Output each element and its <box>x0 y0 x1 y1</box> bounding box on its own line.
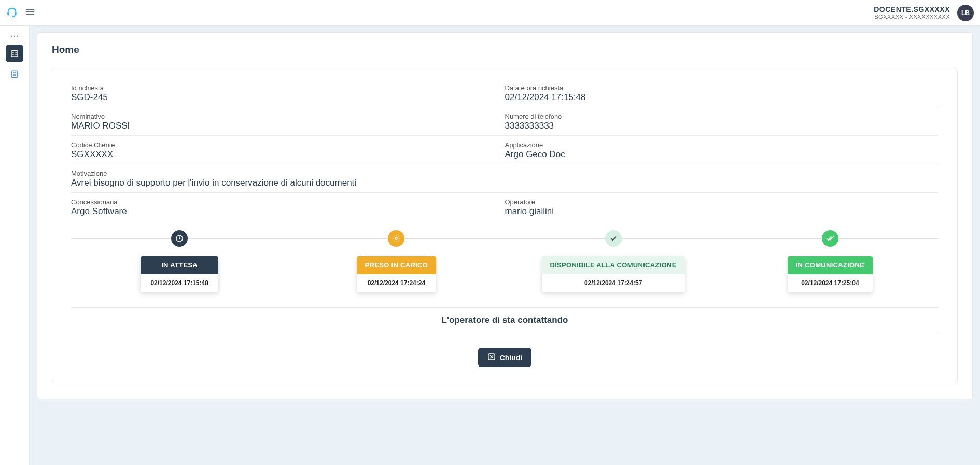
value-phone: 3333333333 <box>505 121 939 131</box>
value-date: 02/12/2024 17:15:48 <box>505 92 939 103</box>
svg-point-5 <box>11 36 12 37</box>
step-time: 02/12/2024 17:24:24 <box>357 274 437 292</box>
label-date: Data e ora richiesta <box>505 84 939 92</box>
svg-point-6 <box>14 36 15 37</box>
value-motivation: Avrei bisogno di supporto per l'invio in… <box>71 178 939 188</box>
label-motivation: Motivazione <box>71 170 939 177</box>
step-available: DISPONIBILE ALLA COMUNICAZIONE 02/12/202… <box>505 230 722 292</box>
svg-rect-1 <box>15 12 17 15</box>
step-title: IN COMUNICAZIONE <box>788 256 873 274</box>
user-info: DOCENTE.SGXXXXX SGXXXXX - XXXXXXXXXX <box>874 5 950 21</box>
svg-rect-10 <box>16 52 17 53</box>
step-title: PRESO IN CARICO <box>357 256 437 274</box>
value-app: Argo Geco Doc <box>505 149 939 160</box>
step-title: IN ATTESA <box>141 256 218 274</box>
label-phone: Numero di telefono <box>505 112 939 120</box>
page-title: Home <box>52 44 958 55</box>
sidebar-item-list[interactable] <box>6 65 23 83</box>
main-content: Home Id richiesta SGD-245 Data e ora ric… <box>30 26 980 465</box>
close-button-label: Chiudi <box>500 354 523 362</box>
status-message: L'operatore di sta contattando <box>71 315 939 326</box>
label-id: Id richiesta <box>71 84 505 92</box>
close-button[interactable]: Chiudi <box>478 348 532 367</box>
value-id: SGD-245 <box>71 92 505 103</box>
svg-point-7 <box>17 36 18 37</box>
avatar-initials: LB <box>961 9 970 17</box>
svg-rect-0 <box>7 12 9 15</box>
step-time: 02/12/2024 17:25:04 <box>788 274 873 292</box>
double-check-icon <box>822 230 838 247</box>
step-time: 02/12/2024 17:24:57 <box>542 274 685 292</box>
label-dealer: Concessionaria <box>71 198 505 206</box>
request-detail-card: Id richiesta SGD-245 Data e ora richiest… <box>52 68 958 383</box>
gear-icon <box>388 230 404 247</box>
clock-icon <box>171 230 188 247</box>
sidebar-item-home[interactable] <box>6 45 23 62</box>
label-name: Nominativo <box>71 112 505 120</box>
user-line1: DOCENTE.SGXXXXX <box>874 5 950 14</box>
svg-point-18 <box>395 237 397 239</box>
status-timeline: IN ATTESA 02/12/2024 17:15:48 PRESO IN C… <box>71 230 939 292</box>
value-clientcode: SGXXXXX <box>71 149 505 160</box>
value-operator: mario giallini <box>505 206 939 217</box>
label-clientcode: Codice Cliente <box>71 141 505 149</box>
step-title: DISPONIBILE ALLA COMUNICAZIONE <box>542 256 685 274</box>
svg-rect-9 <box>12 52 13 53</box>
value-dealer: Argo Software <box>71 206 505 217</box>
sidebar-more-icon[interactable] <box>6 31 23 41</box>
svg-rect-12 <box>16 54 17 55</box>
user-line2: SGXXXXX - XXXXXXXXXX <box>874 13 950 20</box>
headset-icon <box>6 6 18 19</box>
avatar[interactable]: LB <box>957 5 974 21</box>
step-taken: PRESO IN CARICO 02/12/2024 17:24:24 <box>288 230 505 292</box>
svg-rect-11 <box>12 54 13 55</box>
check-icon <box>605 230 622 247</box>
label-operator: Operatore <box>505 198 939 206</box>
step-waiting: IN ATTESA 02/12/2024 17:15:48 <box>71 230 288 292</box>
label-app: Applicazione <box>505 141 939 149</box>
sidebar <box>0 26 30 465</box>
step-time: 02/12/2024 17:15:48 <box>141 274 218 292</box>
close-circle-icon <box>487 353 496 362</box>
topbar: DOCENTE.SGXXXXX SGXXXXX - XXXXXXXXXX LB <box>0 0 980 26</box>
value-name: MARIO ROSSI <box>71 121 505 131</box>
page-card: Home Id richiesta SGD-245 Data e ora ric… <box>37 32 973 399</box>
svg-rect-8 <box>11 51 18 57</box>
step-communicating: IN COMUNICAZIONE 02/12/2024 17:25:04 <box>722 230 939 292</box>
menu-toggle-button[interactable] <box>25 7 35 19</box>
